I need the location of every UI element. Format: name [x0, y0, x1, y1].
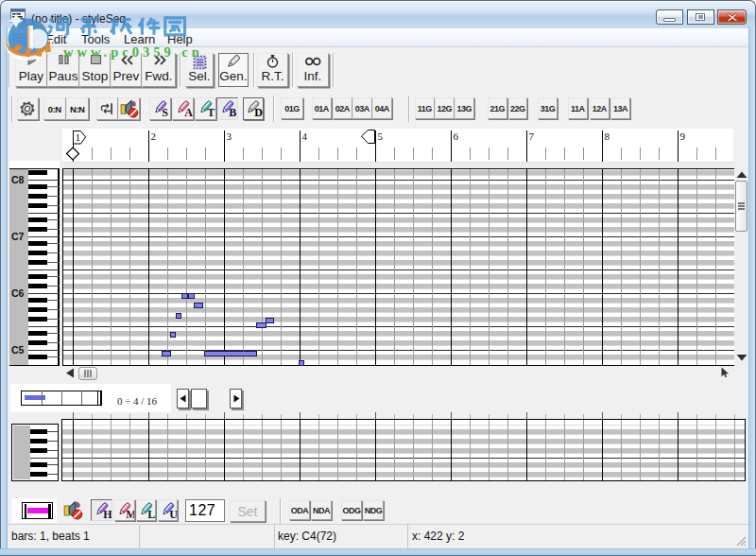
svg-text:T: T: [207, 105, 215, 117]
svg-text:A: A: [184, 105, 193, 117]
svg-text:U: U: [169, 507, 178, 519]
svg-text:B: B: [229, 105, 236, 117]
svg-text:M: M: [126, 507, 134, 519]
svg-text:S: S: [162, 105, 168, 117]
svg-text:H: H: [103, 507, 112, 519]
svg-text:L: L: [147, 507, 155, 519]
svg-text:1: 1: [75, 132, 79, 143]
svg-text:D: D: [254, 105, 263, 117]
